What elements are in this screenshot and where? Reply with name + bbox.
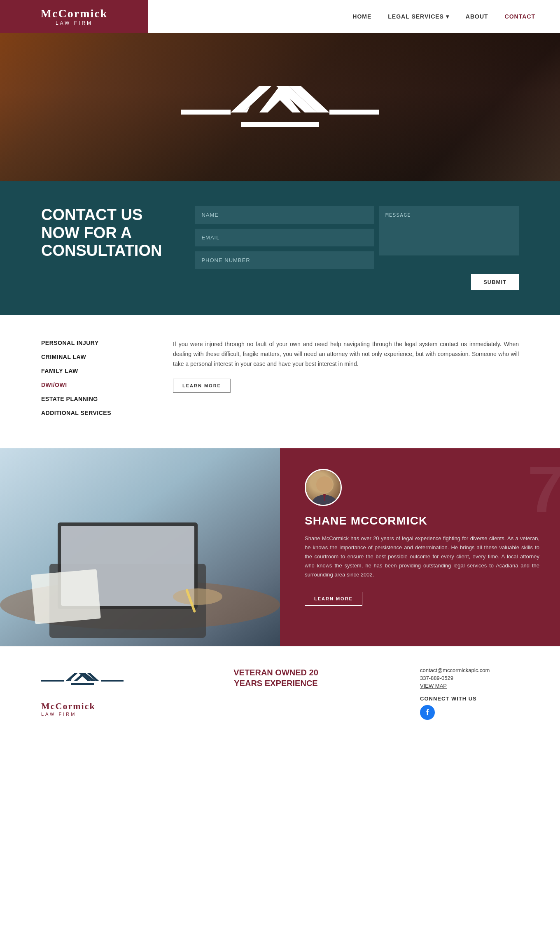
phone-input[interactable] [195,251,374,269]
logo-sub-text: LAW FIRM [56,20,93,26]
svg-rect-22 [101,680,124,682]
service-family-law[interactable]: FAMILY LAW [41,368,140,374]
svg-rect-29 [71,683,94,685]
facebook-f-letter: f [426,708,429,717]
services-content: If you were injured through no fault of … [173,340,519,424]
service-criminal-law[interactable]: CRIMINAL LAW [41,354,140,360]
footer-tagline: VETERAN OWNED 20 YEARS EXPERIENCE [233,667,318,689]
site-header: McCormick LAW FIRM HOME LEGAL SERVICES ▾… [0,0,560,33]
attorney-learn-more-button[interactable]: LEARN MORE [305,592,362,606]
nav-contact[interactable]: CONTACT [505,13,535,20]
contact-heading: CONTACT US NOW FOR A CONSULTATION [41,206,162,260]
desk-illustration [0,448,280,646]
attorney-desk-visual [0,448,280,646]
footer-connect-label: CONNECT WITH US [420,696,519,702]
svg-rect-0 [181,110,231,115]
footer-email: contact@mccormickaplc.com [420,667,519,673]
hero-logo-overlay [177,73,383,141]
services-section: PERSONAL INJURY CRIMINAL LAW FAMILY LAW … [0,315,560,448]
service-dwi-owl[interactable]: DWI/OWI [41,382,140,388]
hero-section [0,33,560,181]
attorney-name: SHANE MCCORMICK [305,514,427,527]
hero-logo-svg [177,73,383,139]
contact-section: CONTACT US NOW FOR A CONSULTATION SUBMIT [0,181,560,315]
svg-rect-1 [329,110,379,115]
svg-rect-2 [241,122,319,127]
attorney-number-bg: 7 [527,457,560,522]
attorney-bio: Shane McCormick has over 20 years of leg… [305,534,539,579]
nav-about[interactable]: ABOUT [466,13,488,20]
attorney-section: 7 SHANE MCCORMICK Shane McCormick has ov… [0,448,560,646]
svg-point-14 [173,588,222,605]
form-right-column [379,206,519,269]
name-input[interactable] [195,206,374,224]
service-personal-injury[interactable]: PERSONAL INJURY [41,340,140,346]
svg-rect-16 [31,569,101,624]
attorney-avatar-image [306,470,341,505]
footer-logo: McCormick LAW FIRM [41,667,132,717]
contact-form: SUBMIT [195,206,519,290]
svg-rect-21 [41,680,64,682]
service-estate-planning[interactable]: ESTATE PLANNING [41,396,140,402]
footer-view-map[interactable]: VIEW MAP [420,683,519,689]
footer-tagline-block: VETERAN OWNED 20 YEARS EXPERIENCE [156,667,395,689]
services-learn-more-button[interactable]: LEARN MORE [173,379,231,393]
logo-main-text: McCormick [41,7,108,20]
footer-firm-name: McCormick [41,701,132,712]
form-bottom: SUBMIT [195,274,519,290]
form-left-column [195,206,374,269]
site-footer: McCormick LAW FIRM VETERAN OWNED 20 YEAR… [0,646,560,740]
attorney-image-left [0,448,280,646]
service-additional[interactable]: ADDITIONAL SERVICES [41,410,140,416]
logo-block[interactable]: McCormick LAW FIRM [0,0,148,33]
attorney-info-right: 7 SHANE MCCORMICK Shane McCormick has ov… [280,448,560,646]
svg-point-19 [316,476,333,493]
message-input[interactable] [379,206,519,255]
nav-legal-services[interactable]: LEGAL SERVICES ▾ [388,13,449,20]
email-input[interactable] [195,229,374,246]
attorney-avatar [305,469,342,506]
submit-button[interactable]: SUBMIT [471,274,519,290]
facebook-icon[interactable]: f [420,705,435,720]
footer-phone: 337-889-0529 [420,675,519,681]
footer-contact: contact@mccormickaplc.com 337-889-0529 V… [420,667,519,720]
services-list: PERSONAL INJURY CRIMINAL LAW FAMILY LAW … [41,340,140,424]
footer-firm-sub: LAW FIRM [41,712,132,717]
nav-home[interactable]: HOME [352,13,371,20]
services-description: If you were injured through no fault of … [173,340,519,369]
footer-logo-svg [41,667,124,696]
main-nav: HOME LEGAL SERVICES ▾ ABOUT CONTACT [148,13,560,20]
